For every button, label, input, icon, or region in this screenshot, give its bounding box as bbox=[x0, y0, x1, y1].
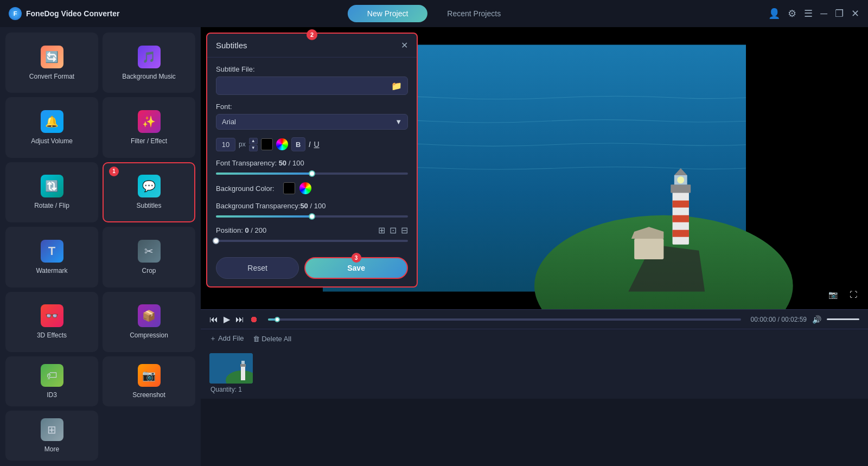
account-icon[interactable]: 👤 bbox=[768, 8, 780, 20]
close-button[interactable]: ✕ bbox=[851, 8, 859, 20]
window-controls: 👤 ⚙ ☰ ─ ❐ ✕ bbox=[768, 8, 859, 20]
svg-rect-18 bbox=[241, 361, 245, 364]
sidebar-item-rotate-flip[interactable]: 🔃 Rotate / Flip bbox=[5, 162, 98, 222]
menu-icon[interactable]: ☰ bbox=[804, 8, 813, 20]
quantity-label: Quantity: 1 bbox=[209, 386, 253, 393]
play-button[interactable]: ▶ bbox=[224, 314, 230, 324]
font-value: Arial bbox=[222, 118, 236, 126]
italic-button[interactable]: I bbox=[309, 140, 311, 149]
font-size-down[interactable]: ▼ bbox=[249, 145, 258, 151]
align-center-icon[interactable]: ⊡ bbox=[390, 225, 397, 235]
align-left-icon[interactable]: ⊞ bbox=[378, 225, 385, 235]
compression-label: Compression bbox=[130, 331, 168, 339]
sidebar-item-screenshot[interactable]: 📷 Screenshot bbox=[103, 356, 195, 406]
font-size-up[interactable]: ▲ bbox=[249, 138, 258, 144]
bg-color-label: Background Color: bbox=[216, 184, 275, 193]
sidebar-item-subtitles[interactable]: 1 💬 Subtitles bbox=[103, 162, 195, 222]
save-button[interactable]: 3 Save bbox=[304, 257, 408, 279]
time-display: 00:00:00 / 00:02:59 bbox=[751, 316, 807, 323]
skip-back-button[interactable]: ⏮ bbox=[209, 315, 218, 324]
subtitles-label: Subtitles bbox=[136, 202, 161, 209]
add-file-button[interactable]: ＋ Add File bbox=[209, 334, 244, 343]
main-layout: 🔄 Convert Format 🎵 Background Music 🔔 Ad… bbox=[0, 27, 868, 466]
compression-icon: 📦 bbox=[138, 304, 161, 327]
font-color-picker[interactable] bbox=[276, 138, 288, 150]
timeline-slider[interactable] bbox=[268, 318, 741, 321]
sidebar-item-3d-effects[interactable]: 👓 3D Effects bbox=[5, 292, 98, 352]
font-size-input[interactable]: 10 bbox=[216, 138, 235, 151]
bg-transparency-max: 100 bbox=[314, 202, 326, 210]
sidebar-item-convert-format[interactable]: 🔄 Convert Format bbox=[5, 33, 98, 93]
bg-transparency-row: Background Transparency:50 / 100 bbox=[216, 202, 408, 218]
svg-rect-5 bbox=[673, 201, 689, 208]
sidebar-item-background-music[interactable]: 🎵 Background Music bbox=[103, 33, 195, 93]
fullscreen-button[interactable]: ⛶ bbox=[845, 286, 861, 303]
sidebar-item-adjust-volume[interactable]: 🔔 Adjust Volume bbox=[5, 97, 98, 157]
bg-transparency-value: 50 bbox=[300, 202, 308, 210]
font-select[interactable]: Arial ▼ bbox=[216, 114, 408, 130]
screenshot-label: Screenshot bbox=[132, 391, 165, 399]
sidebar-item-id3[interactable]: 🏷 ID3 bbox=[5, 356, 98, 406]
sidebar-item-compression[interactable]: 📦 Compression bbox=[103, 292, 195, 352]
font-transparency-label: Font Transparency: 50 / 100 bbox=[216, 159, 408, 167]
app-logo: F FoneDog Video Converter bbox=[9, 7, 119, 20]
time-total: 00:02:59 bbox=[781, 316, 807, 323]
logo-icon: F bbox=[9, 7, 22, 20]
filter-effect-label: Filter / Effect bbox=[131, 137, 167, 145]
dialog-body: Subtitle File: 📁 Font: Arial ▼ 1 bbox=[207, 58, 417, 250]
settings-icon[interactable]: ⚙ bbox=[788, 8, 796, 20]
file-browse-icon[interactable]: 📁 bbox=[391, 81, 402, 91]
title-bar: F FoneDog Video Converter New Project Re… bbox=[0, 0, 868, 27]
thumbnail-image bbox=[209, 353, 253, 384]
position-slider[interactable] bbox=[216, 240, 408, 242]
font-dropdown-icon: ▼ bbox=[395, 118, 402, 126]
restore-button[interactable]: ❐ bbox=[835, 8, 844, 20]
font-color-swatch[interactable] bbox=[261, 138, 273, 150]
font-label: Font: bbox=[216, 103, 408, 111]
sidebar-item-crop[interactable]: ✂ Crop bbox=[103, 227, 195, 287]
dialog-footer: Reset 3 Save bbox=[207, 250, 417, 286]
screenshot-overlay-button[interactable]: 📷 bbox=[825, 286, 841, 303]
bg-transparency-slider[interactable] bbox=[216, 215, 408, 218]
bg-color-swatch[interactable] bbox=[283, 182, 295, 194]
bg-color-picker[interactable] bbox=[299, 182, 311, 194]
subtitle-file-input[interactable]: 📁 bbox=[216, 76, 408, 95]
dialog-badge: 2 bbox=[307, 29, 317, 40]
tab-recent-projects[interactable]: Recent Projects bbox=[427, 5, 520, 22]
position-max: 200 bbox=[255, 226, 267, 234]
reset-button[interactable]: Reset bbox=[216, 257, 299, 279]
position-icons: ⊞ ⊡ ⊟ bbox=[378, 225, 408, 235]
underline-button[interactable]: U bbox=[314, 140, 320, 149]
svg-point-11 bbox=[677, 176, 684, 183]
adjust-volume-icon: 🔔 bbox=[41, 110, 63, 133]
sidebar-item-more[interactable]: ⊞ More bbox=[5, 411, 98, 461]
subtitle-file-row: Subtitle File: 📁 bbox=[216, 65, 408, 95]
sidebar-item-filter-effect[interactable]: ✨ Filter / Effect bbox=[103, 97, 195, 157]
id3-label: ID3 bbox=[47, 391, 57, 399]
more-label: More bbox=[44, 445, 59, 453]
align-right-icon[interactable]: ⊟ bbox=[401, 225, 408, 235]
record-button[interactable]: ⏺ bbox=[250, 315, 258, 324]
tab-new-project[interactable]: New Project bbox=[348, 5, 427, 22]
filter-effect-icon: ✨ bbox=[138, 110, 161, 133]
font-transparency-slider[interactable] bbox=[216, 173, 408, 175]
background-music-label: Background Music bbox=[122, 73, 176, 80]
bold-button[interactable]: B bbox=[291, 137, 305, 151]
skip-forward-button[interactable]: ⏭ bbox=[235, 315, 244, 324]
font-controls-row: 10 px ▲ ▼ B I U bbox=[216, 137, 408, 151]
dialog-close-button[interactable]: ✕ bbox=[401, 40, 408, 50]
volume-slider[interactable] bbox=[827, 318, 859, 320]
id3-icon: 🏷 bbox=[41, 364, 63, 387]
tab-bar: New Project Recent Projects bbox=[348, 5, 520, 22]
font-row: Font: Arial ▼ bbox=[216, 103, 408, 130]
crop-label: Crop bbox=[142, 267, 156, 275]
position-row: Position: 0 / 200 ⊞ ⊡ ⊟ bbox=[216, 225, 408, 242]
svg-rect-7 bbox=[673, 230, 689, 237]
rotate-flip-label: Rotate / Flip bbox=[34, 202, 69, 209]
thumbnail-item: Quantity: 1 bbox=[209, 353, 253, 393]
file-actions-bar: ＋ Add File 🗑 Delete All bbox=[201, 329, 868, 348]
convert-format-label: Convert Format bbox=[29, 73, 74, 80]
delete-all-button[interactable]: 🗑 Delete All bbox=[253, 334, 292, 343]
minimize-button[interactable]: ─ bbox=[820, 8, 827, 20]
sidebar-item-watermark[interactable]: T Watermark bbox=[5, 227, 98, 287]
